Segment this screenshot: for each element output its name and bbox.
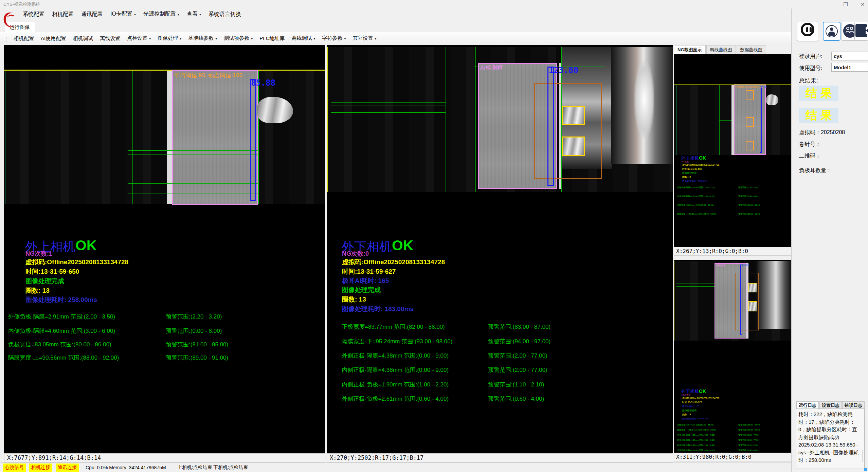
app-window: CYS-视觉检测系统 — ❐ ✕ 系统配置 相机配置 通讯配置 IO卡配置▾ 光… [0,0,868,472]
login-user-field[interactable] [831,52,868,60]
app-logo-icon [2,10,16,30]
tab-material-curve[interactable]: 料线曲线图 [706,45,736,54]
overlay-line-green [676,286,715,287]
overlay-line-green [331,112,446,113]
mini-measurement-row: 外侧正极-负极=2.61mm 范围:(0.60 - 4.00)预警范围:(0.6… [677,449,789,452]
chevron-down-icon: ▾ [314,37,315,40]
menu-view[interactable]: 查看▾ [183,8,205,20]
tool-ai-usage-config[interactable]: AI使用配置 [37,32,69,44]
logout-button[interactable]: ➜ [854,22,868,41]
total-result-label: 总结果: [799,77,818,85]
menu-light-control-config[interactable]: 光源控制配置▾ [140,8,183,20]
measurement-row: 内侧负极-隔膜=4.60mm 范围:(3.00 - 6.00) 预警范围:(0.… [8,327,325,334]
user-button[interactable] [823,22,840,41]
pixel-coordinates-bar: X:311;Y:980;R:0;G:0;B:0 [674,453,791,461]
tool-plc-address-lib[interactable]: PLC地址库 [256,32,288,44]
mini-electrode-tab-blob [766,94,778,105]
mini-defect-box-orange [746,90,754,99]
chevron-down-icon: ▾ [215,37,217,40]
measurement-warning: 预警范围:(0.60 - 4.00) [488,395,544,403]
mini-process-done: 图像处理完成 [682,171,697,175]
tool-image-processing[interactable]: 图像处理▾ [154,32,185,44]
mini-measurement-row: 负极宽度=83.05mm 范围:(80.00 - 86.00)预警范围:(81.… [677,204,789,207]
tab-detect-box-yellow [562,106,585,125]
tab-run-log[interactable]: 运行日志 [796,401,819,409]
mini-tab-box-yellow [748,283,757,292]
menu-comm-config[interactable]: 通讯配置 [77,8,107,20]
process-time: 图像处理耗时: 183.00ms [342,305,414,313]
tab-settings-log[interactable]: 设置日志 [819,401,842,409]
measurement-value: 正极宽度=83.77mm 范围:(82.00 - 88.00) [342,323,445,331]
menu-system-config[interactable]: 系统配置 [19,8,48,20]
tab-data-curve[interactable]: 数据曲线图 [737,45,766,54]
log-scrollbar[interactable] [863,450,863,462]
overlay-line-green [719,85,720,155]
restore-button[interactable]: ❐ [838,0,853,8]
tool-baseline-params[interactable]: 基准线参数▾ [185,32,220,44]
menu-io-card-config[interactable]: IO卡配置▾ [107,8,140,20]
camera-check-status: 上相机:点检结束 下相机:点检结束 [178,465,248,471]
mini-measurement-row: 外侧负极-隔膜=2.91mm 范围:(2.00 - 3.50)预警范围:(2.2… [677,186,789,189]
minimize-button[interactable]: — [821,0,836,8]
ng-thumbnail-lower[interactable]: AI检测框 123.80 外下相机OK NG次数:0 虚拟码:Offline20… [674,260,791,461]
chevron-down-icon: ▾ [199,13,201,16]
upper-camera-view[interactable]: 平均阈值:93, 动态阈值:100 85.88 外上相机OK NG次数:1 虚拟… [4,45,325,462]
tool-camera-debug[interactable]: 相机调试 [69,32,96,44]
process-time: 图像处理耗时: 258.00ms [25,295,97,304]
tool-camera-config[interactable]: 相机配置 [10,32,37,44]
mini-measure-box-blue [760,87,762,153]
overlay-line-green [475,47,476,192]
tab-error-log[interactable]: 错误日志 [842,401,865,409]
mini-defect-box-orange [746,141,754,150]
close-button[interactable]: ✕ [855,0,868,8]
measure-box-blue [547,67,554,186]
camera-result: OK [75,237,97,253]
mini-ng-count: NG次数:0 [682,394,690,397]
menu-language-switch[interactable]: 系统语言切换 [205,8,245,20]
measurement-value: 外侧正极-负极=2.61mm 范围:(0.60 - 4.00) [342,395,449,403]
overlay-line-green [258,71,259,204]
status-bar: 心跳信号 相机连接 通讯连接 Cpu: 0.0% Memory: 3424.41… [0,462,791,472]
ng-tab-bar: NG截图显示 料线曲线图 数据曲线图 [674,45,767,54]
mini-defect-box-orange [746,117,754,127]
lower-camera-view[interactable]: AI检测框 123.80 外下相机OK NG次数:0 虚拟码:Offline20… [327,45,673,462]
measurement-value: 内侧正极-负极=1.90mm 范围:(1.00 - 2.20) [342,381,449,388]
ng-thumbnail-upper[interactable]: 平均阈值:93, 动态阈值:100 85.88 外上相机OK NG次数:1 虚拟… [674,54,791,256]
measurement-warning: 预警范围:(81.00 - 85.00) [166,341,228,348]
tool-spot-check-settings[interactable]: 点检设置▾ [124,32,154,44]
window-title: CYS-视觉检测系统 [3,1,40,7]
mini-measurement-row: 内侧正极-负极=1.90mm 范围:(1.00 - 2.20)预警范围:(1.1… [677,444,789,447]
mini-virtual-code: 虚拟码:Offline20250208133134728 [682,163,719,167]
chevron-down-icon: ▾ [149,37,151,40]
process-done: 图像处理完成 [25,277,64,286]
tab-ng-screenshot[interactable]: NG截图显示 [674,45,706,54]
ng-view-panel: NG截图显示 料线曲线图 数据曲线图 平均阈值:93, 动态阈值:100 85.… [674,45,791,462]
tool-offline-settings[interactable]: 离线设置 [96,32,124,44]
logout-icon: ➜ [855,24,867,37]
log-text-area[interactable]: 耗时：222，缺陷检测耗时：17，缺陷分类耗时：0，缺陷提取分区耗时：直方图提取… [796,409,865,469]
ng-count: NG次数:0 [342,250,369,258]
mini-loop-count: 圈数: 13 [682,176,691,179]
pause-button[interactable] [797,21,818,41]
menu-bar: 系统配置 相机配置 通讯配置 IO卡配置▾ 光源控制配置▾ 查看▾ 系统语言切换 [0,8,868,20]
mini-process-time: 图像处理耗时: 183.00ms [682,417,708,420]
result-box-lower: 结果 [799,108,838,123]
tool-other-settings[interactable]: 其它设置▾ [349,32,380,44]
chevron-down-icon: ▾ [180,37,181,40]
reel-number-label: 卷针号： [799,141,821,148]
model-field[interactable] [831,63,868,72]
measurement-row: 外侧正极-隔膜=4.38mm 范围:(0.00 - 9.00) 预警范围:(2.… [342,352,668,359]
overlay-line-green [676,85,676,155]
mini-process-done: 图像处理完成 [682,409,697,412]
measurement-row: 正极宽度=83.77mm 范围:(82.00 - 88.00) 预警范围:(83… [342,323,668,330]
tool-test-item-params[interactable]: 测试项参数▾ [220,32,256,44]
tool-char-params[interactable]: 字符参数▾ [319,32,349,44]
tool-offline-debug[interactable]: 离线调试▾ [288,32,319,44]
mini-measurement-row: 隔膜宽度-上=90.56mm 范围:(88.00 - 92.00)预警范围:(8… [677,213,789,216]
chevron-down-icon: ▾ [375,37,377,40]
toolbar-grip[interactable] [6,35,7,42]
menu-camera-config[interactable]: 相机配置 [48,8,77,20]
threshold-label: 平均阈值:93, 动态阈值:100 [174,71,242,79]
virtual-code: 虚拟码:Offline20250208133134728 [25,258,128,267]
resize-grip[interactable] [864,468,867,471]
